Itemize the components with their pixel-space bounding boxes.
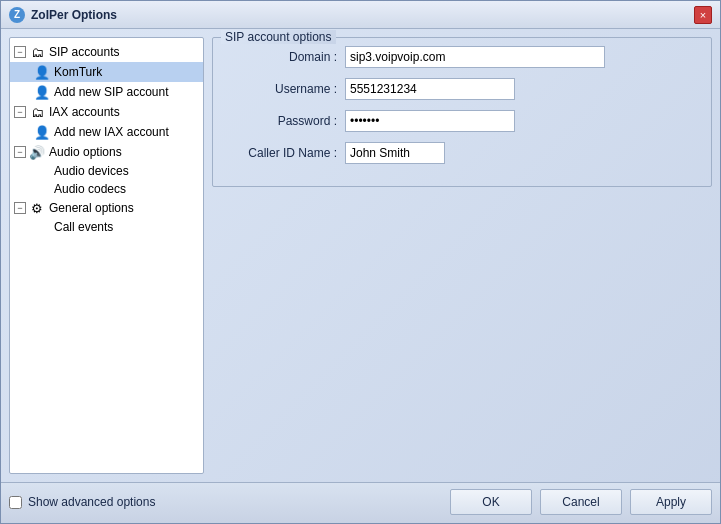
komturk-icon: 👤 [34, 64, 50, 80]
sip-group-legend: SIP account options [221, 30, 336, 44]
password-input[interactable] [345, 110, 515, 132]
expand-iax-icon[interactable]: − [14, 106, 26, 118]
audio-devices-label: Audio devices [54, 164, 129, 178]
tree-item-iax-accounts[interactable]: − 🗂 IAX accounts [10, 102, 203, 122]
username-input[interactable] [345, 78, 515, 100]
window-title: ZoIPer Options [31, 8, 694, 22]
tree-item-sip-accounts[interactable]: − 🗂 SIP accounts [10, 42, 203, 62]
tree-item-audio-devices[interactable]: Audio devices [10, 162, 203, 180]
cancel-button[interactable]: Cancel [540, 489, 622, 515]
add-sip-label: Add new SIP account [54, 85, 169, 99]
callerid-input[interactable] [345, 142, 445, 164]
add-sip-icon: 👤 [34, 84, 50, 100]
audio-options-label: Audio options [49, 145, 122, 159]
general-options-icon: ⚙ [29, 200, 45, 216]
options-window: Z ZoIPer Options × − 🗂 SIP accounts 👤 Ko… [0, 0, 721, 524]
domain-input[interactable] [345, 46, 605, 68]
domain-label: Domain : [225, 50, 345, 64]
tree-item-general-options[interactable]: − ⚙ General options [10, 198, 203, 218]
sip-accounts-icon: 🗂 [29, 44, 45, 60]
add-iax-icon: 👤 [34, 124, 50, 140]
general-options-label: General options [49, 201, 134, 215]
expand-audio-icon[interactable]: − [14, 146, 26, 158]
sip-accounts-label: SIP accounts [49, 45, 120, 59]
tree-item-audio-codecs[interactable]: Audio codecs [10, 180, 203, 198]
audio-codecs-label: Audio codecs [54, 182, 126, 196]
ok-button[interactable]: OK [450, 489, 532, 515]
options-tree: − 🗂 SIP accounts 👤 KomTurk 👤 Add new SIP… [10, 38, 203, 240]
password-row: Password : [225, 110, 699, 132]
komturk-label: KomTurk [54, 65, 102, 79]
right-panel: SIP account options Domain : Username : … [212, 37, 712, 474]
tree-item-call-events[interactable]: Call events [10, 218, 203, 236]
tree-item-add-iax[interactable]: 👤 Add new IAX account [10, 122, 203, 142]
tree-item-komturk[interactable]: 👤 KomTurk [10, 62, 203, 82]
add-iax-label: Add new IAX account [54, 125, 169, 139]
show-advanced-checkbox[interactable] [9, 496, 22, 509]
close-button[interactable]: × [694, 6, 712, 24]
main-content: − 🗂 SIP accounts 👤 KomTurk 👤 Add new SIP… [1, 29, 720, 482]
audio-options-icon: 🔊 [29, 144, 45, 160]
callerid-label: Caller ID Name : [225, 146, 345, 160]
show-advanced-container: Show advanced options [9, 495, 155, 509]
expand-sip-icon[interactable]: − [14, 46, 26, 58]
call-events-label: Call events [54, 220, 113, 234]
show-advanced-label: Show advanced options [28, 495, 155, 509]
title-bar: Z ZoIPer Options × [1, 1, 720, 29]
action-buttons: OK Cancel Apply [450, 489, 712, 515]
tree-item-audio-options[interactable]: − 🔊 Audio options [10, 142, 203, 162]
password-label: Password : [225, 114, 345, 128]
domain-row: Domain : [225, 46, 699, 68]
iax-accounts-icon: 🗂 [29, 104, 45, 120]
callerid-row: Caller ID Name : [225, 142, 699, 164]
app-icon: Z [9, 7, 25, 23]
tree-item-add-sip[interactable]: 👤 Add new SIP account [10, 82, 203, 102]
username-row: Username : [225, 78, 699, 100]
bottom-bar: Show advanced options OK Cancel Apply [1, 482, 720, 523]
apply-button[interactable]: Apply [630, 489, 712, 515]
expand-general-icon[interactable]: − [14, 202, 26, 214]
sip-account-options-group: SIP account options Domain : Username : … [212, 37, 712, 187]
username-label: Username : [225, 82, 345, 96]
tree-panel: − 🗂 SIP accounts 👤 KomTurk 👤 Add new SIP… [9, 37, 204, 474]
iax-accounts-label: IAX accounts [49, 105, 120, 119]
